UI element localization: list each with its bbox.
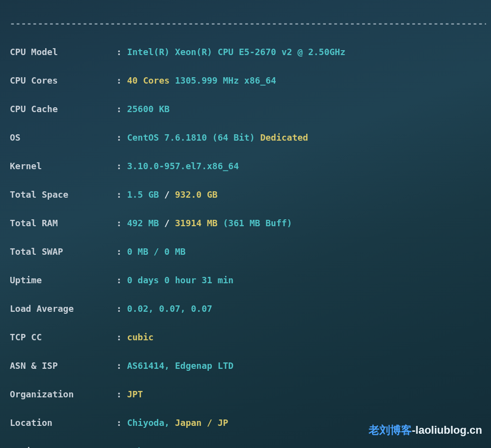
kernel-row: Kernel : 3.10.0-957.el7.x86_64 [10,159,486,173]
os-row: OS : CentOS 7.6.1810 (64 Bit) Dedicated [10,130,486,145]
terminal-output: ----------------------------------------… [0,0,491,448]
region-row: Region : Tokyo [10,444,486,448]
cpu-cache-row: CPU Cache : 25600 KB [10,102,486,116]
load-average-row: Load Average : 0.02, 0.07, 0.07 [10,301,486,316]
total-ram-row: Total RAM : 492 MB / 31914 MB (361 MB Bu… [10,216,486,230]
uptime-row: Uptime : 0 days 0 hour 31 min [10,273,486,287]
cpu-model-row: CPU Model : Intel(R) Xeon(R) CPU E5-2670… [10,45,486,59]
organization-row: Organization : JPT [10,387,486,401]
asn-isp-row: ASN & ISP : AS61414, Edgenap LTD [10,358,486,373]
cpu-cores-row: CPU Cores : 40 Cores 1305.999 MHz x86_64 [10,73,486,88]
tcp-cc-row: TCP CC : cubic [10,330,486,344]
watermark: 老刘博客-laoliublog.cn [369,423,482,437]
value: Intel(R) Xeon(R) CPU E5-2670 v2 @ 2.50GH… [127,47,345,57]
label: CPU Model [10,47,116,57]
total-swap-row: Total SWAP : 0 MB / 0 MB [10,244,486,259]
total-space-row: Total Space : 1.5 GB / 932.0 GB [10,187,486,202]
divider: ----------------------------------------… [10,16,486,30]
